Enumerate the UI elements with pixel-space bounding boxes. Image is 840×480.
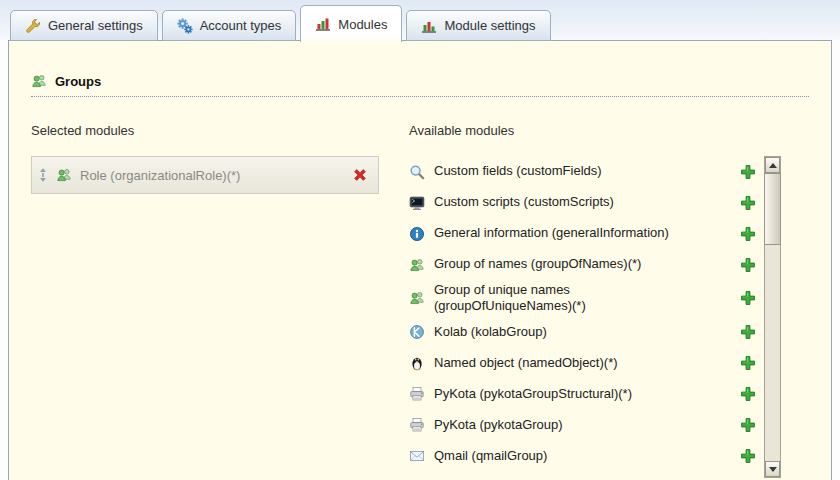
magnifier-icon: [409, 164, 425, 180]
add-icon: [740, 226, 756, 242]
tab-label: Account types: [200, 18, 282, 33]
group-icon: [31, 73, 47, 89]
chart-settings-icon: [421, 18, 437, 34]
penguin-icon: [409, 355, 425, 371]
available-modules-list: Custom fields (customFields)Custom scrip…: [409, 156, 764, 478]
delete-icon: [352, 167, 368, 183]
info-icon: [409, 226, 425, 242]
available-module-row: Custom scripts (customScripts): [409, 187, 764, 218]
available-module-row: Kolab (kolabGroup): [409, 317, 764, 348]
available-module-label: PyKota (pykotaGroup): [434, 417, 563, 433]
add-icon: [740, 257, 756, 273]
add-module-button[interactable]: [740, 290, 756, 306]
add-module-button[interactable]: [740, 164, 756, 180]
selected-module-row[interactable]: Role (organizationalRole)(*): [31, 156, 379, 194]
add-icon: [740, 386, 756, 402]
available-modules-area: Custom fields (customFields)Custom scrip…: [409, 156, 781, 478]
scroll-up-button[interactable]: [765, 157, 780, 173]
gears-icon: [177, 18, 193, 34]
group-icon: [409, 257, 425, 273]
tab-modules[interactable]: Modules: [300, 5, 402, 42]
scroll-up-arrow-icon: [769, 163, 777, 168]
available-module-row: Custom fields (customFields): [409, 156, 764, 187]
add-module-button[interactable]: [740, 417, 756, 433]
available-module-row: PyKota (pykotaGroupStructural)(*): [409, 379, 764, 410]
group-icon: [409, 290, 425, 306]
available-modules-scrollbar[interactable]: [764, 156, 781, 478]
delete-module-button[interactable]: [352, 167, 368, 183]
available-modules-column: Available modules Custom fields (customF…: [409, 123, 781, 478]
add-module-button[interactable]: [740, 195, 756, 211]
add-module-button[interactable]: [740, 257, 756, 273]
add-module-button[interactable]: [740, 355, 756, 371]
kolab-icon: [409, 324, 425, 340]
add-icon: [740, 164, 756, 180]
chart-icon: [315, 16, 331, 32]
available-module-label: Group of unique names (groupOfUniqueName…: [434, 282, 702, 315]
available-modules-heading: Available modules: [409, 123, 781, 138]
available-module-label: Group of names (groupOfNames)(*): [434, 256, 641, 272]
drag-handle[interactable]: [38, 167, 48, 183]
add-module-button[interactable]: [740, 386, 756, 402]
tab-label: Modules: [338, 17, 387, 32]
scroll-down-button[interactable]: [765, 461, 780, 477]
available-module-label: Custom fields (customFields): [434, 163, 602, 179]
selected-modules-column: Selected modules Role (organizationalRol…: [31, 123, 379, 478]
add-icon: [740, 324, 756, 340]
add-icon: [740, 195, 756, 211]
printer-icon: [409, 386, 425, 402]
add-module-button[interactable]: [740, 226, 756, 242]
drag-handle-icon: [38, 167, 48, 183]
selected-modules-heading: Selected modules: [31, 123, 379, 138]
tab-label: General settings: [48, 18, 143, 33]
mail-icon: [409, 448, 425, 464]
available-module-row: Group of unique names (groupOfUniqueName…: [409, 280, 764, 317]
content-panel: Groups Selected modules Role (organizati…: [8, 40, 832, 480]
available-module-label: General information (generalInformation): [434, 225, 669, 241]
add-icon: [740, 448, 756, 464]
available-module-row: PyKota (pykotaGroup): [409, 410, 764, 441]
available-module-row: General information (generalInformation): [409, 218, 764, 249]
selected-module-label: Role (organizationalRole)(*): [80, 168, 344, 183]
wrench-icon: [25, 18, 41, 34]
tab-module-settings[interactable]: Module settings: [406, 10, 550, 41]
groups-section-heading: Groups: [31, 73, 809, 97]
tab-general-settings[interactable]: General settings: [10, 10, 158, 41]
available-module-row: Qmail (qmailGroup): [409, 441, 764, 472]
group-icon: [56, 167, 72, 183]
section-title: Groups: [55, 74, 101, 89]
tab-account-types[interactable]: Account types: [162, 10, 297, 41]
available-module-label: Qmail (qmailGroup): [434, 448, 547, 464]
tab-label: Module settings: [444, 18, 535, 33]
module-columns: Selected modules Role (organizationalRol…: [31, 123, 809, 478]
available-module-label: Custom scripts (customScripts): [434, 194, 614, 210]
add-icon: [740, 355, 756, 371]
available-module-label: Named object (namedObject)(*): [434, 355, 618, 371]
available-module-label: Kolab (kolabGroup): [434, 324, 547, 340]
selected-modules-list: Role (organizationalRole)(*): [31, 156, 379, 194]
add-module-button[interactable]: [740, 448, 756, 464]
tab-bar: General settingsAccount typesModulesModu…: [10, 5, 551, 41]
add-icon: [740, 417, 756, 433]
scroll-down-arrow-icon: [769, 467, 777, 472]
add-icon: [740, 290, 756, 306]
printer-icon: [409, 417, 425, 433]
screen-icon: [409, 195, 425, 211]
available-module-row: Named object (namedObject)(*): [409, 348, 764, 379]
available-module-label: PyKota (pykotaGroupStructural)(*): [434, 386, 632, 402]
scrollbar-track[interactable]: [765, 173, 780, 461]
add-module-button[interactable]: [740, 324, 756, 340]
available-module-row: Group of names (groupOfNames)(*): [409, 249, 764, 280]
scrollbar-thumb[interactable]: [764, 173, 781, 245]
